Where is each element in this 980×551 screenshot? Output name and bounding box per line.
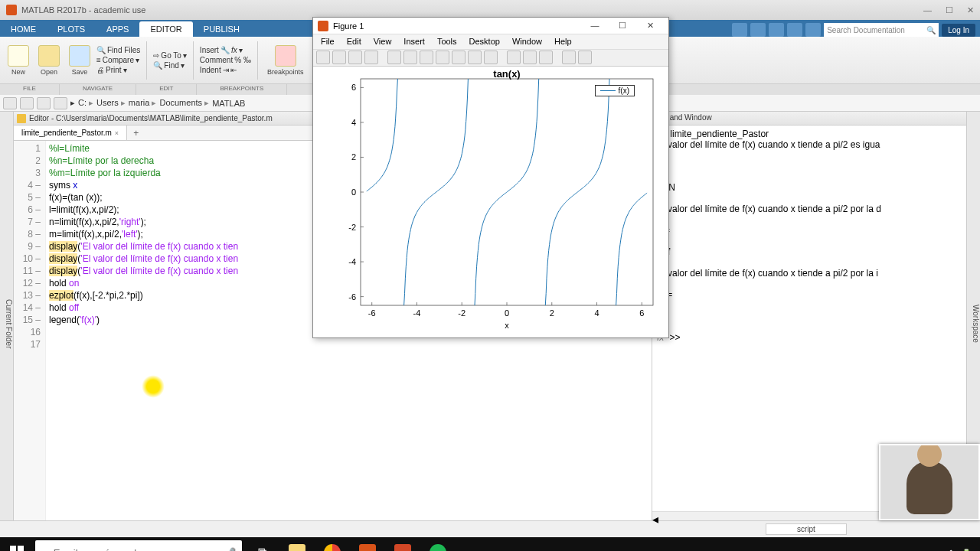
tab-editor[interactable]: EDITOR: [139, 21, 192, 37]
insert-button[interactable]: Insert 🔧 fx ▾: [200, 46, 251, 54]
save-button[interactable]: [69, 45, 90, 67]
find-files-button[interactable]: 🔍 Find Files: [96, 46, 140, 54]
addons-icon[interactable]: [787, 23, 802, 37]
crumb-matlab[interactable]: MATLAB: [212, 99, 245, 108]
svg-text:-2: -2: [458, 308, 466, 318]
doc-search-input[interactable]: Search Documentation🔍: [824, 23, 939, 37]
colorbar-icon[interactable]: [523, 51, 537, 64]
task-view-icon[interactable]: ⧉: [247, 540, 277, 551]
menu-help[interactable]: Help: [550, 36, 577, 47]
zoom-in-icon[interactable]: [403, 51, 417, 64]
tray-chevron-icon[interactable]: ⌃: [948, 549, 954, 552]
svg-text:x: x: [505, 321, 509, 330]
help-icon[interactable]: [805, 23, 821, 37]
menu-window[interactable]: Window: [508, 36, 547, 47]
rotate-icon[interactable]: [452, 51, 466, 64]
link-icon[interactable]: [507, 51, 521, 64]
crumb-documents[interactable]: Documents: [159, 98, 209, 108]
figure-menubar: File Edit View Insert Tools Desktop Wind…: [313, 34, 668, 49]
open-button[interactable]: [38, 45, 60, 67]
indent-button[interactable]: Indent ⇥ ⇤: [200, 66, 251, 74]
new-tab-button[interactable]: +: [127, 126, 145, 140]
system-tray[interactable]: ⌃ 🔋: [948, 549, 977, 552]
zoom-out-icon[interactable]: [420, 51, 433, 64]
powerpoint-icon[interactable]: [387, 540, 418, 551]
svg-text:2: 2: [351, 152, 356, 161]
editor-file-tab[interactable]: limite_pendiente_Pastor.m×: [14, 126, 127, 140]
tab-publish[interactable]: PUBLISH: [193, 21, 250, 37]
fig-close-button[interactable]: ✕: [636, 21, 664, 31]
figure-toolbar: [313, 50, 668, 67]
tray-battery-icon[interactable]: 🔋: [962, 549, 971, 552]
svg-text:-4: -4: [348, 257, 356, 266]
print-fig-icon[interactable]: [364, 51, 378, 64]
window-controls: — ☐ ✕: [923, 5, 974, 15]
find-button[interactable]: 🔍 Find ▾: [153, 61, 187, 70]
pan-icon[interactable]: [436, 51, 449, 64]
chrome-icon[interactable]: [317, 540, 348, 551]
svg-text:0: 0: [505, 308, 509, 318]
login-button[interactable]: Log In: [942, 24, 975, 37]
preferences-icon[interactable]: [769, 23, 784, 37]
breakpoints-button[interactable]: [275, 45, 296, 67]
menu-file[interactable]: File: [316, 36, 339, 47]
tab-apps[interactable]: APPS: [96, 21, 139, 37]
legend-icon[interactable]: [539, 51, 553, 64]
menu-desktop[interactable]: Desktop: [465, 36, 505, 47]
status-script: script: [766, 523, 847, 535]
tab-home[interactable]: HOME: [0, 21, 47, 37]
svg-text:4: 4: [351, 118, 356, 127]
figure-window[interactable]: Figure 1 — ☐ ✕ File Edit View Insert Too…: [312, 17, 669, 338]
new-button[interactable]: [8, 45, 29, 67]
crumb-root[interactable]: C:: [78, 98, 93, 108]
save-layout-icon[interactable]: [732, 23, 747, 37]
maximize-button[interactable]: ☐: [946, 5, 953, 15]
open-fig-icon[interactable]: [332, 51, 346, 64]
print-button[interactable]: 🖨 Print ▾: [96, 66, 140, 74]
plot-axes[interactable]: tan(x)-6-4-20246-6-4-20246x f(x): [313, 67, 668, 337]
file-explorer-icon[interactable]: [282, 540, 312, 551]
tab-plots[interactable]: PLOTS: [47, 21, 96, 37]
brush-icon[interactable]: [484, 51, 498, 64]
figure-titlebar[interactable]: Figure 1 — ☐ ✕: [313, 18, 668, 34]
folder-icon[interactable]: [54, 97, 67, 109]
new-fig-icon[interactable]: [316, 51, 330, 64]
start-button[interactable]: [3, 540, 31, 551]
datatip-icon[interactable]: [468, 51, 482, 64]
nav-fwd-icon[interactable]: [20, 97, 34, 109]
current-folder-tab[interactable]: Current Folder: [0, 112, 14, 520]
save-fig-icon[interactable]: [348, 51, 362, 64]
taskbar-search[interactable]: ○ Escribe aquí para buscar 🎤: [35, 540, 242, 551]
folder-up-icon[interactable]: [37, 97, 51, 109]
menu-tools[interactable]: Tools: [433, 36, 462, 47]
nav-back-icon[interactable]: [3, 97, 17, 109]
menu-insert[interactable]: Insert: [399, 36, 430, 47]
layout-icon[interactable]: [750, 23, 766, 37]
menu-view[interactable]: View: [369, 36, 397, 47]
mic-icon[interactable]: 🎤: [224, 547, 236, 552]
spotify-icon[interactable]: [423, 540, 453, 551]
minimize-button[interactable]: —: [923, 5, 932, 15]
editor-file-icon: [17, 114, 26, 123]
comment-button[interactable]: Comment % ‰: [200, 56, 251, 64]
hide-icon[interactable]: [562, 51, 576, 64]
svg-text:6: 6: [351, 83, 356, 92]
crumb-users[interactable]: Users: [96, 98, 126, 108]
pointer-icon[interactable]: [387, 51, 401, 64]
svg-rect-1: [18, 546, 24, 551]
crumb-user[interactable]: maria: [129, 98, 157, 108]
fig-minimize-button[interactable]: —: [581, 21, 609, 31]
legend[interactable]: f(x): [595, 85, 635, 96]
svg-text:2: 2: [550, 308, 554, 318]
menu-edit[interactable]: Edit: [342, 36, 366, 47]
close-tab-icon[interactable]: ×: [115, 129, 119, 137]
svg-text:-2: -2: [348, 223, 356, 232]
svg-text:-6: -6: [348, 292, 356, 302]
fig-maximize-button[interactable]: ☐: [609, 21, 636, 31]
matlab-taskbar-icon[interactable]: [352, 540, 383, 551]
show-icon[interactable]: [578, 51, 592, 64]
svg-text:4: 4: [594, 308, 599, 318]
compare-button[interactable]: ≡ Compare ▾: [96, 56, 140, 64]
close-button[interactable]: ✕: [967, 5, 974, 15]
goto-button[interactable]: ⇨ Go To ▾: [153, 51, 187, 60]
